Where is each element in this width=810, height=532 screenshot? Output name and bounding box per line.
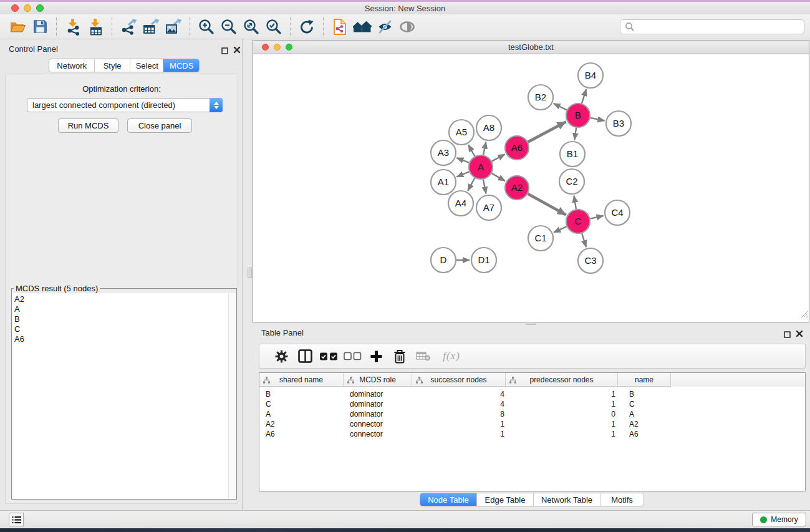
column-header-shared-name[interactable]: shared name: [259, 373, 344, 387]
graph-edge-A-A2[interactable]: [491, 173, 505, 181]
graph-edge-C-C4[interactable]: [591, 216, 604, 219]
close-table-panel-icon[interactable]: [796, 329, 803, 340]
minimize-network-button[interactable]: [274, 44, 281, 51]
table-settings-gear-icon[interactable]: [269, 346, 293, 366]
graph-edge-C-C3[interactable]: [582, 233, 586, 247]
table-cell[interactable]: 1: [506, 420, 618, 428]
table-cell[interactable]: A6: [618, 430, 671, 438]
graph-edge-A-A8[interactable]: [483, 142, 486, 155]
graph-edge-A2-C[interactable]: [528, 194, 566, 215]
table-cell[interactable]: dominator: [344, 400, 412, 409]
open-session-file-icon[interactable]: [329, 16, 351, 37]
hide-graphics-details-icon[interactable]: [374, 16, 396, 37]
table-cell[interactable]: connector: [344, 430, 412, 438]
show-columns-icon[interactable]: [293, 346, 317, 366]
deselect-all-icon[interactable]: [340, 346, 364, 366]
table-cell[interactable]: dominator: [344, 390, 412, 399]
resize-grip-icon[interactable]: [801, 309, 808, 321]
zoom-fit-icon[interactable]: [240, 16, 263, 37]
graph-edge-A-A7[interactable]: [483, 180, 486, 194]
table-cell[interactable]: B: [259, 390, 344, 399]
graph-edge-B-B2[interactable]: [554, 104, 567, 110]
task-history-button[interactable]: [9, 513, 24, 526]
close-panel-button[interactable]: Close panel: [127, 118, 192, 133]
column-header-MCDS-role[interactable]: MCDS role: [344, 373, 412, 387]
tab-select[interactable]: Select: [130, 59, 164, 72]
function-builder-icon[interactable]: f(x): [435, 346, 468, 366]
export-network-icon[interactable]: [117, 16, 140, 37]
graph-edge-A6-B[interactable]: [528, 122, 566, 142]
tab-mcds[interactable]: MCDS: [163, 59, 199, 72]
graph-edge-A-A1[interactable]: [456, 172, 469, 177]
table-row[interactable]: Cdominator41C: [259, 399, 805, 409]
home-icon[interactable]: [351, 16, 374, 37]
graph-edge-B-B3[interactable]: [591, 118, 605, 121]
graph-edge-C-C2[interactable]: [574, 196, 576, 210]
table-cell[interactable]: 4: [412, 390, 506, 399]
add-column-icon[interactable]: [364, 346, 388, 366]
zoom-in-icon[interactable]: [195, 16, 218, 37]
table-cell[interactable]: 8: [412, 410, 506, 418]
scrollbar-track[interactable]: [228, 293, 236, 499]
tab-edge-table[interactable]: Edge Table: [476, 493, 533, 506]
column-header-name[interactable]: name: [618, 373, 671, 387]
table-cell[interactable]: dominator: [344, 410, 412, 418]
table-row[interactable]: Adominator80A: [259, 409, 805, 419]
zoom-out-icon[interactable]: [218, 16, 240, 37]
run-mcds-button[interactable]: Run MCDS: [58, 118, 118, 133]
column-header-predecessor-nodes[interactable]: predecessor nodes: [506, 373, 618, 387]
graph-edge-B-B1[interactable]: [574, 128, 576, 140]
table-cell[interactable]: C: [618, 400, 671, 409]
delete-table-icon[interactable]: [412, 346, 435, 366]
graph-edge-A-A3[interactable]: [457, 158, 470, 163]
network-window-titlebar[interactable]: testGlobe.txt: [253, 41, 809, 54]
export-table-icon[interactable]: [140, 16, 162, 37]
minimize-window-button[interactable]: [24, 4, 31, 12]
float-panel-icon[interactable]: [221, 46, 228, 57]
refresh-icon[interactable]: [296, 16, 318, 37]
zoom-selected-icon[interactable]: [263, 16, 285, 37]
search-input[interactable]: [635, 21, 804, 33]
close-window-button[interactable]: [11, 4, 19, 12]
criterion-dropdown[interactable]: largest connected component (directed): [27, 98, 223, 112]
save-icon[interactable]: [29, 16, 51, 37]
vertical-split-handle[interactable]: [248, 268, 252, 278]
export-image-icon[interactable]: [162, 16, 185, 37]
table-row[interactable]: Bdominator41B: [259, 389, 805, 399]
delete-column-trash-icon[interactable]: [388, 346, 412, 366]
close-network-button[interactable]: [262, 44, 269, 51]
open-folder-icon[interactable]: [6, 16, 29, 37]
table-cell[interactable]: A2: [618, 420, 671, 428]
graph-edge-C-C1[interactable]: [554, 226, 567, 232]
column-header-successor-nodes[interactable]: successor nodes: [412, 373, 506, 387]
network-canvas[interactable]: AA1A2A3A4A5A6A7A8BB1B2B3B4CC1C2C3C4DD1: [253, 54, 809, 321]
table-cell[interactable]: 1: [506, 430, 618, 438]
table-cell[interactable]: A: [259, 410, 344, 418]
maximize-window-button[interactable]: [36, 4, 44, 12]
import-network-icon[interactable]: [62, 16, 84, 37]
table-cell[interactable]: 1: [506, 400, 618, 409]
graph-edge-A-A4[interactable]: [468, 178, 475, 191]
select-all-icon[interactable]: [317, 346, 340, 366]
table-cell[interactable]: A6: [259, 430, 344, 438]
tab-network-table[interactable]: Network Table: [533, 493, 600, 506]
tab-motifs[interactable]: Motifs: [600, 493, 644, 506]
close-panel-icon[interactable]: [233, 45, 241, 56]
tab-style[interactable]: Style: [94, 59, 130, 72]
table-cell[interactable]: 1: [412, 430, 506, 438]
graph-edge-A-A5[interactable]: [468, 145, 475, 156]
table-cell[interactable]: A: [618, 410, 671, 418]
table-cell[interactable]: 1: [506, 390, 618, 399]
table-cell[interactable]: 4: [412, 400, 506, 409]
show-details-eye-icon[interactable]: [396, 16, 418, 37]
graph-edge-B-B4[interactable]: [582, 89, 586, 104]
tab-network[interactable]: Network: [49, 59, 94, 72]
memory-button[interactable]: Memory: [752, 513, 806, 526]
table-cell[interactable]: connector: [344, 420, 412, 428]
tab-node-table[interactable]: Node Table: [420, 493, 476, 506]
graph-edge-A-A6[interactable]: [492, 154, 505, 161]
maximize-network-button[interactable]: [286, 44, 292, 51]
table-cell[interactable]: A2: [259, 420, 344, 428]
table-cell[interactable]: C: [259, 400, 344, 409]
table-cell[interactable]: 1: [412, 420, 506, 428]
